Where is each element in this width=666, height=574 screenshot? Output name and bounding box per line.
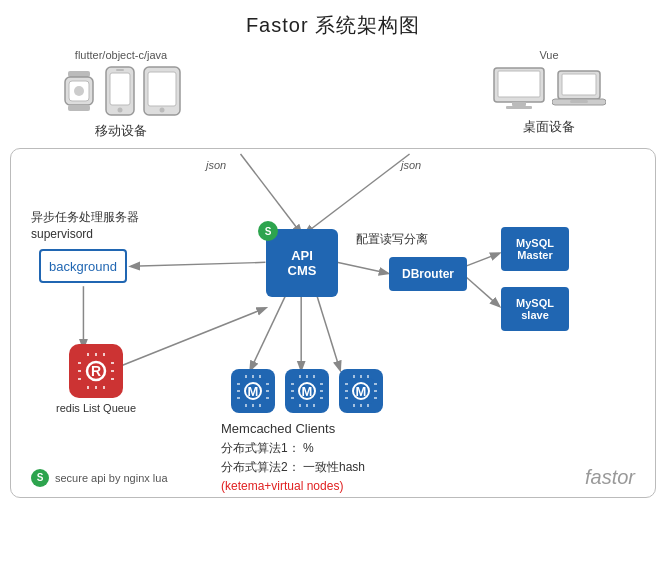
svg-rect-8 bbox=[116, 69, 124, 71]
readwrite-label: 配置读写分离 bbox=[356, 231, 428, 248]
api-label: API bbox=[291, 248, 313, 263]
svg-rect-6 bbox=[110, 73, 130, 105]
async-tasks-label: 异步任务处理服务器 supervisord bbox=[31, 209, 139, 243]
secure-s-badge: S bbox=[31, 469, 49, 487]
svg-point-4 bbox=[74, 86, 84, 96]
desktop-device-group: Vue 桌面设备 bbox=[492, 49, 606, 140]
svg-text:M: M bbox=[302, 384, 313, 399]
svg-text:R: R bbox=[91, 363, 101, 379]
svg-line-27 bbox=[465, 276, 499, 306]
svg-line-30 bbox=[317, 296, 340, 370]
page-title: Fastor 系统架构图 bbox=[0, 0, 666, 39]
svg-rect-17 bbox=[562, 74, 596, 95]
svg-text:M: M bbox=[248, 384, 259, 399]
desktop-label: 桌面设备 bbox=[523, 118, 575, 136]
svg-point-11 bbox=[160, 108, 165, 113]
phone-icon bbox=[104, 66, 136, 116]
laptop-icon bbox=[552, 69, 606, 109]
svg-line-25 bbox=[337, 262, 388, 273]
tablet-icon bbox=[142, 66, 182, 116]
mobile-device-group: flutter/object-c/java bbox=[60, 49, 182, 140]
redis-label: redis List Queue bbox=[56, 402, 136, 414]
svg-rect-0 bbox=[68, 71, 90, 77]
memcached-icon-1: M bbox=[231, 369, 275, 413]
svg-line-28 bbox=[250, 296, 285, 370]
memcached-icon-2: M bbox=[285, 369, 329, 413]
svg-rect-14 bbox=[512, 102, 526, 106]
svg-line-26 bbox=[465, 253, 499, 266]
api-s-badge: S bbox=[258, 221, 278, 241]
svg-rect-15 bbox=[506, 106, 532, 109]
redis-box: R redis List Queue bbox=[56, 344, 136, 414]
json-right-label: json bbox=[401, 159, 421, 171]
desktop-tech-label: Vue bbox=[539, 49, 558, 61]
svg-rect-3 bbox=[68, 105, 90, 111]
memcached-row: M M bbox=[231, 369, 383, 413]
mobile-icons bbox=[60, 66, 182, 116]
svg-point-7 bbox=[118, 108, 123, 113]
background-box: background bbox=[39, 249, 127, 283]
dist-algo-1: 分布式算法1： % bbox=[221, 439, 365, 458]
svg-text:M: M bbox=[356, 384, 367, 399]
svg-line-21 bbox=[305, 154, 409, 234]
secure-api-label: secure api by nginx lua bbox=[55, 472, 168, 484]
footer-section: S secure api by nginx lua fastor bbox=[11, 466, 655, 489]
mysql-master-box: MySQL Master bbox=[501, 227, 569, 271]
api-cms-box: S API CMS bbox=[266, 229, 338, 297]
svg-line-22 bbox=[131, 262, 265, 266]
smartwatch-icon bbox=[60, 69, 98, 113]
mobile-tech-label: flutter/object-c/java bbox=[75, 49, 167, 61]
svg-rect-10 bbox=[148, 72, 176, 106]
desktop-icons bbox=[492, 66, 606, 112]
dbrouter-box: DBrouter bbox=[389, 257, 467, 291]
mobile-label: 移动设备 bbox=[95, 122, 147, 140]
mysql-slave-box: MySQL slave bbox=[501, 287, 569, 331]
fastor-brand: fastor bbox=[585, 466, 635, 489]
redis-icon: R bbox=[69, 344, 123, 398]
memcached-icon-3: M bbox=[339, 369, 383, 413]
memcached-label: Memcached Clients bbox=[221, 421, 335, 436]
cms-label: CMS bbox=[288, 263, 317, 278]
svg-rect-13 bbox=[498, 71, 540, 97]
json-left-label: json bbox=[206, 159, 226, 171]
svg-rect-19 bbox=[570, 100, 588, 103]
monitor-icon bbox=[492, 66, 546, 112]
devices-section: flutter/object-c/java bbox=[0, 49, 666, 140]
secure-api-section: S secure api by nginx lua bbox=[31, 469, 168, 487]
architecture-box: json json 异步任务处理服务器 supervisord backgrou… bbox=[10, 148, 656, 498]
